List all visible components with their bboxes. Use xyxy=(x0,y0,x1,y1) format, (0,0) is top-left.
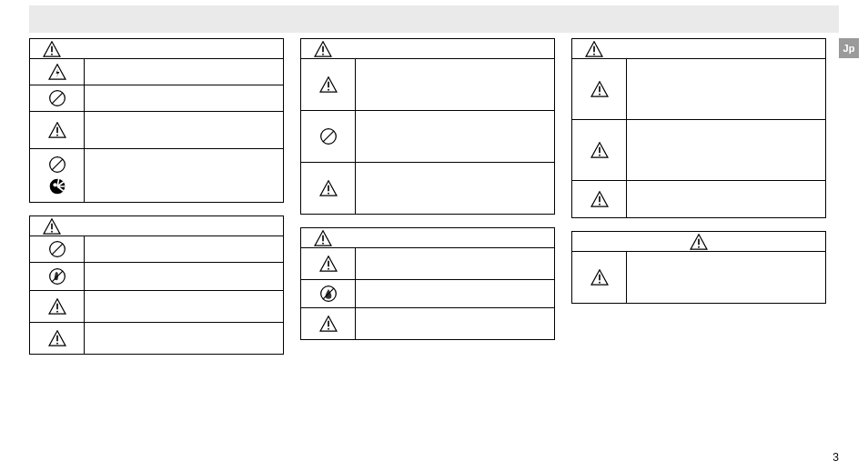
column xyxy=(29,38,284,355)
warning-icon xyxy=(590,81,609,97)
table-row xyxy=(301,163,554,214)
svg-rect-39 xyxy=(599,94,601,95)
text-cell xyxy=(627,252,825,303)
warning-icon xyxy=(48,330,66,346)
svg-rect-30 xyxy=(328,261,329,267)
svg-rect-35 xyxy=(328,328,329,330)
text-cell xyxy=(627,181,825,217)
header-band xyxy=(29,5,839,33)
table-row xyxy=(572,120,825,181)
icon-cell xyxy=(30,85,85,111)
box-header xyxy=(572,232,825,252)
svg-rect-46 xyxy=(599,275,601,281)
text-cell xyxy=(627,120,825,180)
svg-rect-28 xyxy=(322,235,324,241)
prohibit-icon xyxy=(48,155,66,174)
text-cell xyxy=(356,308,554,339)
warning-icon xyxy=(48,122,66,138)
icon-cell xyxy=(301,163,356,214)
text-cell xyxy=(356,163,554,214)
svg-rect-43 xyxy=(599,204,601,205)
svg-rect-23 xyxy=(328,89,329,91)
text-cell xyxy=(627,59,825,119)
text-cell xyxy=(85,149,283,202)
icon-cell xyxy=(30,59,85,85)
svg-rect-11 xyxy=(51,230,53,232)
text-cell xyxy=(85,112,283,148)
warning-icon xyxy=(48,298,66,315)
text-cell xyxy=(85,59,283,85)
table-row xyxy=(30,112,283,149)
no-water-icon xyxy=(319,285,338,303)
warning-box xyxy=(571,231,826,304)
svg-rect-38 xyxy=(599,86,601,93)
table-row xyxy=(30,149,283,202)
prohibit-icon xyxy=(48,240,66,258)
warning-icon xyxy=(319,180,338,196)
table-row xyxy=(30,85,283,112)
warning-icon xyxy=(590,142,609,158)
svg-rect-18 xyxy=(56,336,58,342)
svg-rect-27 xyxy=(328,193,329,195)
svg-rect-20 xyxy=(322,45,324,52)
icon-cell xyxy=(301,280,356,307)
svg-rect-1 xyxy=(51,53,53,55)
warning-icon xyxy=(590,269,609,286)
table-row xyxy=(30,323,283,354)
warning-box xyxy=(571,38,826,218)
svg-rect-19 xyxy=(56,343,58,345)
warning-icon xyxy=(590,191,609,207)
svg-rect-5 xyxy=(56,135,58,136)
icon-cell xyxy=(30,291,85,322)
text-cell xyxy=(85,263,283,290)
svg-rect-34 xyxy=(328,321,329,327)
svg-line-7 xyxy=(52,159,63,170)
table-row xyxy=(30,291,283,323)
svg-rect-36 xyxy=(593,45,595,52)
warning-icon xyxy=(690,234,708,250)
svg-line-13 xyxy=(52,244,63,255)
svg-rect-16 xyxy=(56,304,58,310)
table-row xyxy=(301,280,554,308)
icon-cell xyxy=(301,308,356,339)
svg-rect-45 xyxy=(698,246,700,247)
table-row xyxy=(301,111,554,163)
columns-container xyxy=(29,38,826,355)
box-header xyxy=(301,39,554,59)
text-cell xyxy=(356,59,554,110)
svg-line-25 xyxy=(323,131,334,142)
svg-rect-29 xyxy=(322,242,324,244)
icon-cell xyxy=(30,323,85,354)
text-cell xyxy=(85,85,283,111)
warning-icon xyxy=(585,41,603,57)
box-header xyxy=(301,228,554,248)
text-cell xyxy=(85,236,283,262)
prohibit-icon xyxy=(319,127,338,145)
table-row xyxy=(301,248,554,280)
warning-box xyxy=(29,38,284,203)
icon-cell xyxy=(30,236,85,262)
text-cell xyxy=(85,323,283,354)
svg-rect-31 xyxy=(328,268,329,270)
warning-icon xyxy=(314,41,332,57)
svg-rect-17 xyxy=(56,311,58,313)
warning-icon xyxy=(43,41,61,57)
icon-cell xyxy=(572,181,627,217)
table-row xyxy=(572,181,825,217)
svg-line-3 xyxy=(52,93,63,104)
warning-icon xyxy=(43,218,61,235)
warning-icon xyxy=(319,76,338,93)
box-header xyxy=(572,39,825,59)
icon-cell xyxy=(572,120,627,180)
table-row xyxy=(572,59,825,120)
column xyxy=(571,38,826,355)
electric-shock-icon xyxy=(48,64,66,80)
table-row xyxy=(301,59,554,111)
svg-rect-47 xyxy=(599,282,601,284)
text-cell xyxy=(356,248,554,279)
prohibit-icon xyxy=(48,89,66,107)
page-number: 3 xyxy=(833,451,839,464)
table-row xyxy=(30,236,283,263)
svg-rect-42 xyxy=(599,196,601,203)
warning-box xyxy=(29,215,284,355)
